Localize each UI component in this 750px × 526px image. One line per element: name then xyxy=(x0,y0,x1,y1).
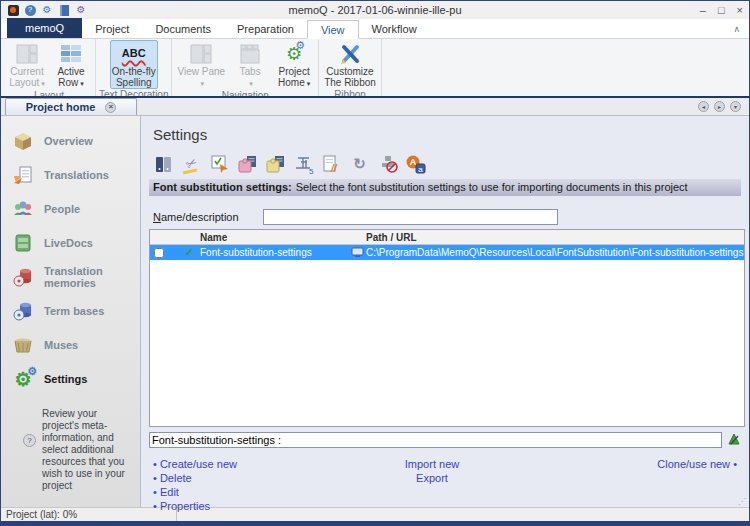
ribbon-group-ribbon: Customize The Ribbon Ribbon xyxy=(319,39,382,96)
resource-name-cell: Font-substitution-settings xyxy=(198,247,348,258)
name-description-input[interactable] xyxy=(263,209,558,225)
collapse-ribbon-icon[interactable]: ∧ xyxy=(733,24,740,34)
tab-preparation[interactable]: Preparation xyxy=(224,19,307,38)
abc-spellcheck-icon: ABC xyxy=(112,41,156,66)
help-icon[interactable]: ? xyxy=(24,4,36,16)
active-row-button[interactable]: Active Row▾ xyxy=(50,40,92,90)
project-home-gears-icon: ⚙⚙ xyxy=(275,41,313,66)
tab-view[interactable]: View xyxy=(307,20,359,39)
properties-link[interactable]: Properties xyxy=(153,500,237,514)
ignore-lists-stamp-icon[interactable] xyxy=(375,152,400,175)
translations-document-icon xyxy=(9,163,37,187)
tabs-icon xyxy=(231,41,269,66)
edit-link[interactable]: Edit xyxy=(153,486,237,500)
on-the-fly-spelling-button[interactable]: ABC On-the-fly Spelling xyxy=(110,40,158,89)
non-translatable-cjk-icon[interactable]: 5 xyxy=(291,152,316,175)
ribbon-tab-strip: memoQ Project Documents Preparation View… xyxy=(1,19,749,39)
action-links: Create/use new Delete Edit Properties Im… xyxy=(149,458,741,507)
svg-text:5: 5 xyxy=(309,167,314,175)
create-use-new-link[interactable]: Create/use new xyxy=(153,458,237,472)
banner-bold-label: Font substitution settings: xyxy=(153,181,292,193)
dropdown-icon: ▾ xyxy=(249,80,253,87)
qa-settings-icon[interactable] xyxy=(207,152,232,175)
back-button[interactable]: ◂ xyxy=(698,101,709,112)
window-title: memoQ - 2017-01-06-winnie-ille-pu xyxy=(1,4,749,16)
sidebar-item-settings[interactable]: ⚙⚙ Settings xyxy=(1,362,140,396)
current-layout-button[interactable]: Current Layout▾ xyxy=(6,40,48,90)
project-home-button[interactable]: ⚙⚙ Project Home▾ xyxy=(273,40,315,90)
default-check-icon: ✓ xyxy=(180,246,198,259)
clone-use-new-link[interactable]: Clone/use new xyxy=(657,458,737,472)
customize-ribbon-button[interactable]: Customize The Ribbon xyxy=(322,40,378,89)
sidebar-item-term-bases[interactable]: Term bases xyxy=(1,294,140,328)
ribbon: Current Layout▾ Active Row▾ Layout ABC O… xyxy=(1,39,749,96)
crossed-pencils-icon xyxy=(324,41,376,66)
tm-settings-binders-icon[interactable] xyxy=(151,152,176,175)
layout-icon xyxy=(8,41,46,66)
import-new-link[interactable]: Import new xyxy=(387,458,477,472)
memoq-logo-icon[interactable] xyxy=(7,4,19,16)
auto-update-arrow-icon[interactable]: ↻ xyxy=(347,152,372,175)
resource-console-icon[interactable] xyxy=(58,4,70,16)
delete-link[interactable]: Delete xyxy=(153,472,237,486)
overview-box-icon xyxy=(9,129,37,153)
segmentation-scissors-icon[interactable]: ✂ xyxy=(179,152,204,175)
project-home-tab-label: Project home xyxy=(26,101,96,113)
livedocs-cabinet-icon xyxy=(9,231,37,255)
column-header-name[interactable]: Name xyxy=(198,232,348,243)
term-bases-icon xyxy=(9,299,37,323)
column-header-path[interactable]: Path / URL xyxy=(366,232,744,243)
options-gear-icon[interactable]: ⚙ xyxy=(75,4,87,16)
settings-help: ? Review your project's meta-information… xyxy=(1,396,140,492)
yellow-puzzle-settings-icon[interactable] xyxy=(263,152,288,175)
sidebar-item-livedocs[interactable]: LiveDocs xyxy=(1,226,140,260)
table-header-row: Name Path / URL xyxy=(150,230,744,245)
maximize-button[interactable]: □ xyxy=(718,4,725,16)
project-home-sidebar: Overview Translations People LiveDocs xyxy=(1,116,141,507)
dropdown-icon: ▾ xyxy=(201,80,205,87)
resize-grip[interactable]: ⋰ xyxy=(738,497,747,506)
selected-resource-input[interactable] xyxy=(149,432,722,448)
ribbon-group-text-decoration: ABC On-the-fly Spelling Text Decoration xyxy=(96,39,172,96)
memoq-window: ? ⚙ ⚙ memoQ - 2017-01-06-winnie-ille-pu … xyxy=(0,0,750,526)
autocorrect-document-icon[interactable]: // xyxy=(319,152,344,175)
rows-icon xyxy=(52,41,90,66)
table-row[interactable]: ✓ Font-substitution-settings C:\ProgramD… xyxy=(150,245,744,260)
export-link[interactable]: Export xyxy=(387,472,477,486)
tab-memoq[interactable]: memoQ xyxy=(7,18,82,38)
pink-puzzle-settings-icon[interactable] xyxy=(235,152,260,175)
dropdown-icon: ▾ xyxy=(80,80,84,87)
sync-gears-icon[interactable]: ⚙ xyxy=(41,4,53,16)
name-description-label: Name/description xyxy=(153,211,239,223)
pane-tab-strip: Project home × ◂ ▸ ▾ xyxy=(1,98,749,116)
tab-list-dropdown-button[interactable]: ▾ xyxy=(730,101,741,112)
settings-gear-icon: ⚙⚙ xyxy=(9,367,37,391)
page-title: Settings xyxy=(153,126,741,143)
edit-resource-icon[interactable] xyxy=(727,431,741,449)
project-home-tab[interactable]: Project home × xyxy=(5,98,137,115)
svg-text:a: a xyxy=(418,164,423,173)
sidebar-item-translation-memories[interactable]: Translation memories xyxy=(1,260,140,294)
close-button[interactable]: × xyxy=(737,4,743,16)
local-resource-icon xyxy=(348,247,366,258)
forward-button[interactable]: ▸ xyxy=(714,101,725,112)
sidebar-item-muses[interactable]: Muses xyxy=(1,328,140,362)
row-checkbox[interactable] xyxy=(154,248,164,258)
dropdown-icon: ▾ xyxy=(41,80,45,87)
tab-close-icon[interactable]: × xyxy=(105,102,116,113)
tabs-button[interactable]: Tabs ▾ xyxy=(229,40,271,90)
muses-basket-icon xyxy=(9,333,37,357)
resource-path-cell: C:\ProgramData\MemoQ\Resources\Local\Fon… xyxy=(366,247,744,258)
tab-documents[interactable]: Documents xyxy=(142,19,224,38)
settings-pane: Settings ✂ 5 xyxy=(141,116,749,507)
tab-project[interactable]: Project xyxy=(82,19,142,38)
view-pane-button[interactable]: View Pane ▾ xyxy=(175,40,227,90)
tab-workflow[interactable]: Workflow xyxy=(359,19,430,38)
sidebar-item-translations[interactable]: Translations xyxy=(1,158,140,192)
quick-access-toolbar: ? ⚙ ⚙ xyxy=(7,4,87,16)
sidebar-item-people[interactable]: People xyxy=(1,192,140,226)
font-substitution-icon[interactable]: Aa xyxy=(403,152,428,175)
sidebar-item-overview[interactable]: Overview xyxy=(1,124,140,158)
window-bottom-strip xyxy=(1,521,749,525)
minimize-button[interactable]: – xyxy=(700,4,706,16)
